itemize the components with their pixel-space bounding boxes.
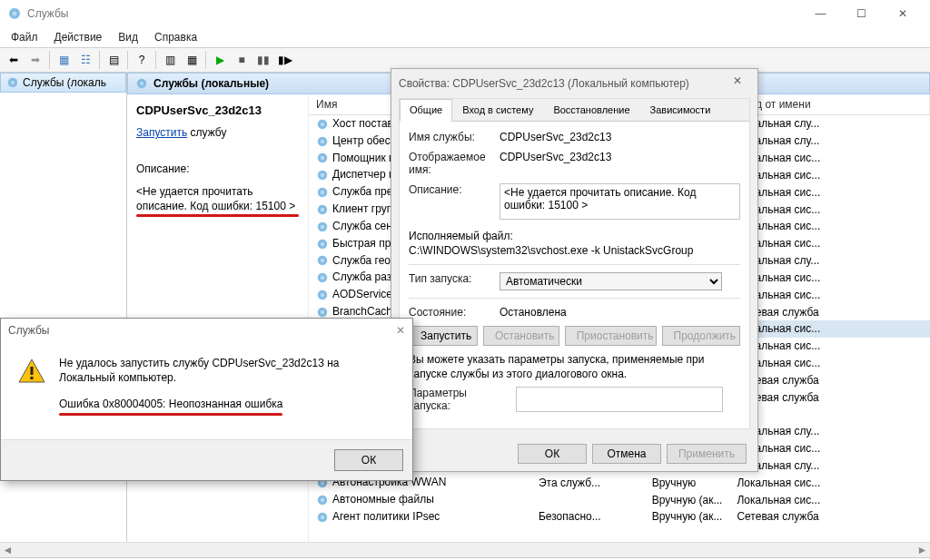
disp-name-label: Отображаемое имя:: [409, 151, 492, 176]
scroll-left-arrow[interactable]: ◄: [0, 543, 15, 557]
stop-button[interactable]: Остановить: [483, 326, 559, 346]
horizontal-scrollbar[interactable]: ◄ ►: [0, 542, 930, 557]
error-title: Службы: [8, 324, 396, 337]
list-button[interactable]: ▦: [182, 50, 202, 70]
start-type-select[interactable]: Автоматически: [500, 272, 722, 290]
gear-icon: [6, 76, 19, 89]
refresh-button[interactable]: ?: [132, 50, 152, 70]
desc-label: Описание:: [409, 183, 492, 222]
dialog-title: Свойства: CDPUserSvc_23d2c13 (Локальный …: [399, 77, 725, 90]
back-button[interactable]: ⬅: [4, 50, 24, 70]
apply-button[interactable]: Применить: [667, 444, 747, 464]
tab-general[interactable]: Общие: [400, 99, 452, 122]
state-value: Остановлена: [500, 306, 740, 319]
error-line2: Ошибка 0x80004005: Неопознанная ошибка: [59, 398, 282, 412]
menu-help[interactable]: Справка: [147, 29, 204, 45]
disp-name-value: CDPUserSvc_23d2c13: [500, 151, 740, 176]
params-input[interactable]: [516, 387, 723, 412]
window-title: Службы: [27, 7, 800, 20]
properties-dialog: Свойства: CDPUserSvc_23d2c13 (Локальный …: [391, 68, 758, 472]
start-link[interactable]: Запустить: [136, 126, 187, 139]
dialog-tabs: Общие Вход в систему Восстановление Зави…: [400, 99, 749, 122]
close-button[interactable]: ✕: [882, 0, 923, 27]
warning-icon: [17, 357, 46, 386]
pause-service-button[interactable]: ▮▮: [253, 50, 273, 70]
app-icon: [7, 6, 22, 21]
error-close-button[interactable]: ✕: [396, 324, 405, 337]
desc-textarea[interactable]: <Не удается прочитать описание. Код ошиб…: [500, 183, 740, 220]
svc-name-value: CDPUserSvc_23d2c13: [500, 131, 740, 143]
export-list-button[interactable]: ☷: [75, 50, 95, 70]
properties-button[interactable]: ▤: [104, 50, 124, 70]
tab-recovery[interactable]: Восстановление: [543, 99, 639, 121]
desc-text: <Не удается прочитать описание. Код ошиб…: [136, 185, 299, 213]
error-dialog: Службы ✕ Не удалось запустить службу CDP…: [0, 318, 413, 481]
title-bar: Службы — ☐ ✕: [0, 0, 930, 27]
dialog-close-button[interactable]: ✕: [725, 74, 750, 93]
cancel-button[interactable]: Отмена: [592, 444, 661, 464]
selected-service-title: CDPUserSvc_23d2c13: [136, 103, 299, 117]
menu-file[interactable]: Файл: [4, 29, 45, 45]
dialog-title-bar[interactable]: Свойства: CDPUserSvc_23d2c13 (Локальный …: [391, 69, 757, 98]
start-suffix: службу: [187, 126, 226, 139]
table-row[interactable]: Агент политики IPsecБезопасно...Вручную …: [309, 508, 930, 526]
table-row[interactable]: Автономные файлыВручную (ак...Локальная …: [309, 491, 930, 508]
help-button[interactable]: ▥: [160, 50, 180, 70]
select-columns-button[interactable]: ▦: [54, 50, 74, 70]
gear-icon: [135, 77, 148, 90]
state-label: Состояние:: [409, 306, 492, 319]
tree-root-label: Службы (локаль: [23, 76, 106, 89]
exe-value: C:\WINDOWS\system32\svchost.exe -k Unist…: [409, 244, 740, 257]
params-hint: Вы можете указать параметры запуска, при…: [409, 353, 740, 381]
error-ok-button[interactable]: ОК: [334, 449, 403, 471]
start-button[interactable]: Запустить: [409, 326, 478, 346]
tab-logon[interactable]: Вход в систему: [452, 99, 543, 121]
resume-button[interactable]: Продолжить: [662, 326, 740, 346]
error-title-bar[interactable]: Службы ✕: [1, 319, 412, 342]
desc-label: Описание:: [136, 162, 299, 177]
exe-label: Исполняемый файл:: [409, 230, 740, 242]
error-line1: Не удалось запустить службу CDPUserSvc_2…: [59, 357, 396, 385]
menu-view[interactable]: Вид: [111, 29, 145, 45]
menu-bar: Файл Действие Вид Справка: [0, 27, 930, 47]
list-header-label: Службы (локальные): [153, 77, 269, 90]
start-service-button[interactable]: ▶: [210, 50, 230, 70]
start-type-label: Тип запуска:: [409, 272, 492, 290]
tab-dependencies[interactable]: Зависимости: [640, 99, 721, 121]
minimize-button[interactable]: —: [800, 0, 841, 27]
menu-action[interactable]: Действие: [47, 29, 110, 45]
maximize-button[interactable]: ☐: [841, 0, 882, 27]
svc-name-label: Имя службы:: [409, 131, 492, 143]
stop-service-button[interactable]: ■: [232, 50, 252, 70]
ok-button[interactable]: ОК: [518, 444, 587, 464]
pause-button[interactable]: Приостановить: [565, 326, 657, 346]
col-logon[interactable]: Вход от имени: [729, 94, 929, 115]
scroll-right-arrow[interactable]: ►: [915, 543, 930, 557]
tree-root-item[interactable]: Службы (локаль: [0, 73, 126, 93]
restart-service-button[interactable]: ▮▶: [275, 50, 295, 70]
forward-button[interactable]: ➡: [25, 50, 45, 70]
params-label: Параметры запуска:: [409, 387, 509, 412]
